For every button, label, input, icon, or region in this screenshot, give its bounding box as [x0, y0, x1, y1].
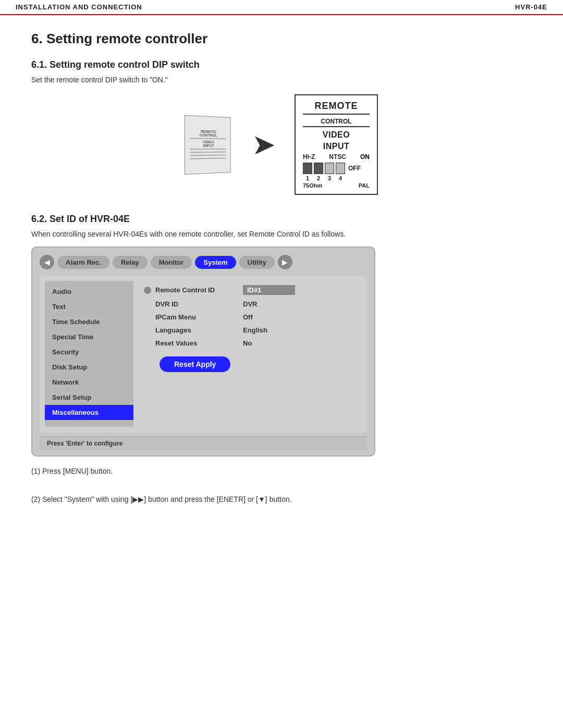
tab-alarm-rec[interactable]: Alarm Rec.	[57, 256, 109, 269]
setting-label-ipcam: IPCam Menu	[155, 313, 239, 321]
dip-hiz: Hi-Z	[303, 153, 315, 161]
dip-input-label: INPUT	[303, 142, 370, 151]
tab-monitor[interactable]: Monitor	[151, 256, 192, 269]
status-bar: Press 'Enter' to configure	[40, 436, 367, 450]
sub2-title: 6.2. Set ID of HVR-04E	[31, 214, 532, 225]
dip-pal: PAL	[359, 182, 370, 189]
setting-value-languages: English	[243, 326, 267, 334]
left-panel: Audio Text Time Schedule Special Time Se…	[45, 281, 133, 427]
menu-ui: ◀ Alarm Rec. Relay Monitor System Utilit…	[31, 246, 375, 456]
menu-item-text[interactable]: Text	[45, 299, 133, 314]
menu-item-network[interactable]: Network	[45, 375, 133, 390]
tab-utility[interactable]: Utility	[239, 256, 275, 269]
arrow-right-icon: ➤	[253, 130, 274, 159]
header-right: HVR-04E	[515, 3, 547, 11]
setting-value-ipcam: Off	[243, 313, 253, 321]
menu-item-security[interactable]: Security	[45, 344, 133, 360]
dip-diagram: REMOTECONTROL VIDEOINPUT ➤ REMOTE CONTRO…	[31, 94, 532, 195]
dip-numbers: 1 2 3 4	[303, 175, 370, 181]
menu-item-special-time[interactable]: Special Time	[45, 329, 133, 344]
tab-relay[interactable]: Relay	[113, 256, 148, 269]
dip-video-label: VIDEO	[303, 130, 370, 140]
setting-value-reset-values: No	[243, 339, 252, 347]
section6-title: 6. Setting remote controller	[31, 31, 532, 47]
sub2-body: When controlling several HVR-04Es with o…	[31, 230, 532, 238]
setting-row-ipcam: IPCam Menu Off	[144, 313, 357, 321]
setting-label-remote-control-id: Remote Control ID	[155, 286, 239, 294]
booklet-sketch: REMOTECONTROL VIDEOINPUT	[185, 115, 231, 174]
menu-item-serial-setup[interactable]: Serial Setup	[45, 390, 133, 405]
menu-item-miscellaneous[interactable]: Miscellaneous	[45, 405, 133, 420]
dip-ohm: 75Ohm	[303, 182, 322, 189]
tab-bar: ◀ Alarm Rec. Relay Monitor System Utilit…	[40, 255, 367, 269]
setting-value-remote-control-id: ID#1	[243, 285, 295, 295]
setting-row-languages: Languages English	[144, 326, 357, 334]
dip-off-label: OFF	[348, 165, 361, 172]
menu-body: Audio Text Time Schedule Special Time Se…	[40, 276, 367, 432]
dip-switches	[303, 163, 345, 174]
setting-label-languages: Languages	[155, 326, 239, 334]
setting-dot	[144, 287, 151, 294]
menu-item-time-schedule[interactable]: Time Schedule	[45, 314, 133, 329]
menu-item-disk-setup[interactable]: Disk Setup	[45, 360, 133, 375]
main-content: 6. Setting remote controller 6.1. Settin…	[0, 15, 563, 523]
setting-row-dvr-id: DVR ID DVR	[144, 300, 357, 308]
setting-value-dvr-id: DVR	[243, 300, 257, 308]
sub1-title: 6.1. Setting remote control DIP switch	[31, 59, 532, 70]
note-1: (1) Press [MENU] button.	[31, 467, 532, 475]
menu-item-audio[interactable]: Audio	[45, 284, 133, 299]
tab-system[interactable]: System	[195, 256, 236, 269]
page-header: Installation and Connection HVR-04E	[0, 0, 563, 15]
setting-row-remote-control-id: Remote Control ID ID#1	[144, 285, 357, 295]
right-panel: Remote Control ID ID#1 DVR ID DVR IPCam …	[139, 281, 362, 427]
tab-next-button[interactable]: ▶	[278, 255, 292, 269]
tab-prev-button[interactable]: ◀	[40, 255, 54, 269]
dip-switch-box: REMOTE CONTROL VIDEO INPUT Hi-Z NTSC ON	[295, 94, 378, 195]
setting-row-reset-values: Reset Values No	[144, 339, 357, 347]
header-left: Installation and Connection	[16, 3, 142, 11]
note-2: (2) Select "System" with using [▶▶] butt…	[31, 495, 532, 503]
sub1-body: Set the remote control DIP switch to "ON…	[31, 76, 532, 84]
setting-label-dvr-id: DVR ID	[155, 300, 239, 308]
dip-on: ON	[360, 153, 370, 161]
reset-apply-button[interactable]: Reset Apply	[160, 356, 230, 372]
setting-label-reset-values: Reset Values	[155, 339, 239, 347]
dip-ntsc: NTSC	[329, 153, 346, 161]
dip-remote-label: REMOTE	[303, 101, 370, 115]
